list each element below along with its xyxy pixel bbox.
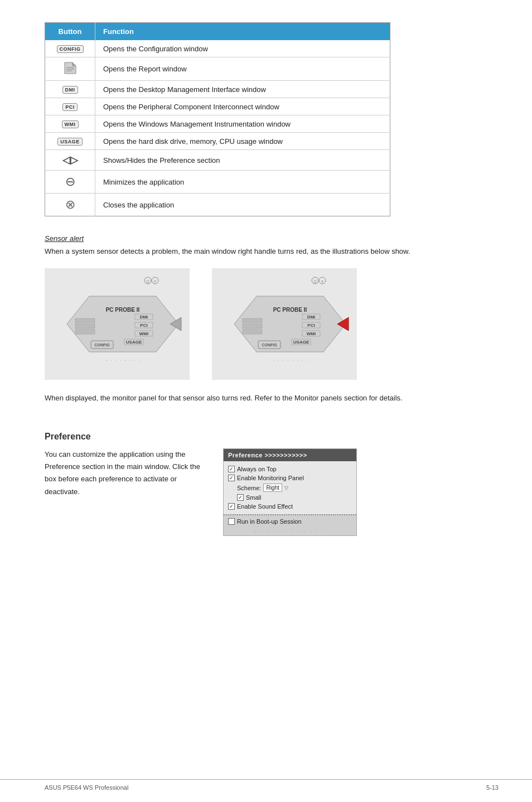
table-cell-function: Opens the Configuration window [95,40,390,57]
svg-text:CONFIG: CONFIG [94,343,110,347]
svg-text:PC PROBE II: PC PROBE II [106,307,140,313]
table-cell-button: USAGE [45,133,95,150]
svg-rect-21 [75,324,95,328]
preference-panel: Preference >>>>>>>>>>> ✓ Always on Top ✓… [223,448,357,536]
pref-item-enable-monitoring: ✓ Enable Monitoring Panel [228,474,352,482]
table-row: DMIOpens the Desktop Management Interfac… [45,81,390,98]
sensor-note: When displayed, the monitor panel for th… [45,393,435,404]
pref-label-enable-monitoring: Enable Monitoring Panel [237,475,304,481]
minimize-icon: ⊖ [65,175,75,189]
sensor-alert-section: Sensor alert When a system sensor detect… [45,234,499,404]
table-row: ⊖Minimizes the application [45,171,390,194]
svg-text:· · · · · · · ·: · · · · · · · · [106,358,141,363]
checkbox-sound-effect[interactable]: ✓ [228,503,235,510]
close-icon: ⊗ [65,197,75,211]
svg-text:✕: ✕ [321,279,324,283]
checkbox-enable-monitoring[interactable]: ✓ [228,475,235,481]
table-cell-function: Opens the Desktop Management Interface w… [95,81,390,98]
checkbox-bootup[interactable] [228,518,235,525]
preference-description: You can customize the application using … [45,448,206,497]
preference-panel-bottom: Run in Boot-up Session · · · · · · · · ·… [224,514,356,535]
scheme-dropdown-arrow[interactable]: ▽ [284,485,288,491]
pref-label-always-on-top: Always on Top [237,466,277,472]
svg-text:· · · · · · · ·: · · · · · · · · [273,358,308,363]
svg-text:CONFIG: CONFIG [262,343,277,347]
svg-text:WMI: WMI [139,331,148,336]
table-cell-function: Shows/Hides the Preference section [95,150,390,171]
checkbox-small[interactable]: ✓ [237,494,244,501]
pref-label-small: Small [246,494,262,501]
pref-item-sound-effect: ✓ Enable Sound Effect [228,502,352,511]
preference-section: Preference You can customize the applica… [45,432,499,536]
svg-rect-43 [243,324,262,328]
button-badge: USAGE [57,138,83,146]
button-badge: CONFIG [57,45,84,53]
table-cell-function: Opens the Windows Management Instrumenta… [95,115,390,133]
svg-text:PCI: PCI [307,323,315,328]
table-cell-function: Opens the hard disk drive, memory, CPU u… [95,133,390,150]
table-cell-button: CONFIG [45,40,95,57]
page-footer: ASUS P5E64 WS Professional 5-13 [0,779,532,791]
table-row: WMIOpens the Windows Management Instrume… [45,115,390,133]
table-row: Opens the Report window [45,57,390,81]
pref-item-small: ✓ Small [228,493,352,502]
svg-text:USAGE: USAGE [293,340,309,345]
pref-scheme-value[interactable]: Right [263,484,282,492]
svg-text:✕: ✕ [153,279,157,283]
svg-text:Q: Q [313,279,317,284]
preference-panel-header: Preference >>>>>>>>>>> [224,449,356,461]
svg-rect-20 [75,318,95,323]
preference-panel-body: ✓ Always on Top ✓ Enable Monitoring Pane… [224,461,356,514]
table-cell-button: DMI [45,81,95,98]
table-cell-function: Closes the application [95,194,390,216]
pref-label-scheme: Scheme: [237,485,261,491]
svg-rect-44 [243,330,262,334]
svg-text:USAGE: USAGE [126,340,142,345]
svg-text:DMI: DMI [307,315,316,320]
svg-text:PCI: PCI [140,323,147,328]
footer-product-name: ASUS P5E64 WS Professional [45,784,128,791]
table-cell-function: Opens the Peripheral Component Interconn… [95,98,390,115]
sensor-alert-desc: When a system sensor detects a problem, … [45,246,435,257]
table-cell-button [45,57,95,81]
svg-text:WMI: WMI [307,331,316,336]
table-header-function: Function [95,23,390,41]
table-row: ⊗Closes the application [45,194,390,216]
button-function-table: Button Function CONFIGOpens the Configur… [45,22,390,216]
sensor-images-row: Q ✕ PC PROBE II DMI PCI WMI USAGE [45,268,499,381]
checkbox-always-on-top[interactable]: ✓ [228,466,235,472]
button-badge: WMI [62,120,79,128]
table-row: PCIOpens the Peripheral Component Interc… [45,98,390,115]
svg-rect-42 [243,318,262,323]
pref-label-sound-effect: Enable Sound Effect [237,503,293,510]
button-badge: PCI [62,103,78,111]
button-badge: DMI [62,86,78,94]
preference-layout: You can customize the application using … [45,448,499,536]
table-cell-function: Minimizes the application [95,171,390,194]
svg-marker-1 [72,62,76,66]
svg-text:DMI: DMI [140,315,148,320]
probe-red-image: Q ✕ PC PROBE II DMI PCI WMI USAGE [212,268,357,381]
pref-item-bootup: Run in Boot-up Session [228,517,352,526]
svg-text:PC PROBE II: PC PROBE II [273,307,307,313]
table-cell-button: WMI [45,115,95,133]
table-row: USAGEOpens the hard disk drive, memory, … [45,133,390,150]
arrow-icon: ◁▷ [62,154,78,166]
svg-text:Q: Q [146,279,149,284]
pref-item-scheme: Scheme: Right ▽ [228,482,352,493]
footer-page-number: 5-13 [486,784,499,791]
table-row: ◁▷Shows/Hides the Preference section [45,150,390,171]
pref-label-bootup: Run in Boot-up Session [237,518,302,525]
table-row: CONFIGOpens the Configuration window [45,40,390,57]
pref-item-always-on-top: ✓ Always on Top [228,465,352,474]
table-cell-function: Opens the Report window [95,57,390,81]
sensor-alert-title: Sensor alert [45,234,499,243]
table-cell-button: ◁▷ [45,150,95,171]
probe-normal-image: Q ✕ PC PROBE II DMI PCI WMI USAGE [45,268,190,381]
table-cell-button: ⊖ [45,171,95,194]
table-header-button: Button [45,23,95,41]
table-cell-button: PCI [45,98,95,115]
svg-rect-22 [75,330,95,334]
report-icon [62,61,78,75]
table-cell-button: ⊗ [45,194,95,216]
